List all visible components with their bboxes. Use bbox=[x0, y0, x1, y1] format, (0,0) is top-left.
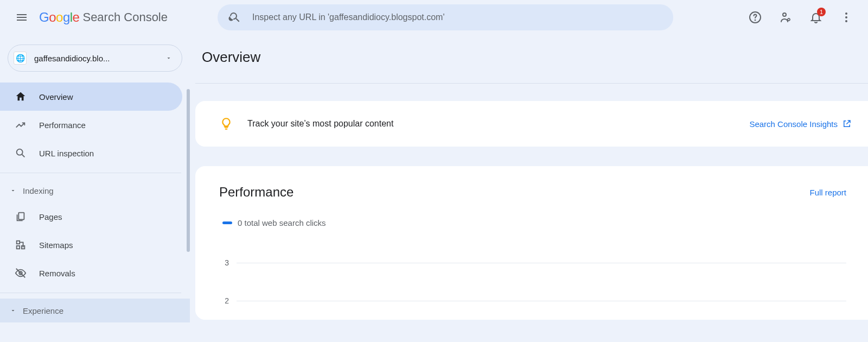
performance-chart: 3 2 bbox=[219, 244, 846, 320]
nav-label: Overview bbox=[39, 92, 73, 102]
main-menu-button[interactable] bbox=[9, 4, 35, 30]
sidebar: 🌐 gaffesandidiocy.blo... Overview bbox=[0, 35, 190, 342]
home-icon bbox=[14, 91, 27, 103]
divider bbox=[0, 173, 181, 173]
nav-sitemaps[interactable]: Sitemaps bbox=[0, 231, 182, 259]
section-label: Indexing bbox=[23, 186, 54, 195]
insights-banner: Track your site’s most popular content S… bbox=[195, 101, 868, 147]
main-content: Overview Track your site’s most popular … bbox=[190, 35, 868, 342]
notifications-button[interactable]: 1 bbox=[803, 4, 829, 30]
svg-point-7 bbox=[17, 149, 23, 155]
search-input[interactable] bbox=[252, 12, 662, 22]
svg-rect-8 bbox=[18, 213, 24, 220]
logo[interactable]: Google Search Console bbox=[39, 10, 168, 25]
sidebar-scrollbar[interactable] bbox=[187, 89, 190, 252]
more-vert-icon bbox=[840, 11, 853, 24]
hamburger-icon bbox=[15, 11, 28, 24]
globe-icon: 🌐 bbox=[14, 52, 27, 65]
page-title: Overview bbox=[202, 49, 868, 66]
nav-label: URL inspection bbox=[39, 149, 94, 158]
trending-icon bbox=[14, 119, 27, 131]
legend-swatch bbox=[222, 221, 232, 224]
help-icon bbox=[749, 11, 762, 24]
divider bbox=[0, 293, 181, 293]
url-inspect-search[interactable] bbox=[218, 4, 673, 30]
sitemap-icon bbox=[14, 239, 27, 251]
nav-removals[interactable]: Removals bbox=[0, 259, 182, 287]
nav-label: Removals bbox=[39, 269, 75, 278]
gridline bbox=[237, 301, 846, 301]
svg-point-4 bbox=[845, 12, 847, 15]
nav-overview[interactable]: Overview bbox=[0, 83, 182, 111]
nav-section-indexing[interactable]: Indexing bbox=[0, 179, 190, 202]
gridline bbox=[237, 263, 846, 263]
divider bbox=[195, 83, 868, 84]
property-label: gaffesandidiocy.blo... bbox=[34, 54, 158, 63]
performance-card: Performance Full report 0 total web sear… bbox=[195, 166, 868, 320]
y-tick: 3 bbox=[224, 258, 229, 267]
section-label: Experience bbox=[23, 306, 63, 315]
help-button[interactable] bbox=[742, 4, 768, 30]
notification-badge: 1 bbox=[817, 8, 826, 16]
nav-pages[interactable]: Pages bbox=[0, 202, 182, 231]
nav-section-experience[interactable]: Experience bbox=[0, 299, 190, 322]
svg-point-3 bbox=[788, 18, 790, 21]
svg-point-6 bbox=[845, 20, 847, 22]
performance-title: Performance bbox=[219, 185, 293, 200]
svg-point-5 bbox=[845, 16, 847, 18]
user-settings-button[interactable] bbox=[773, 4, 799, 30]
user-settings-icon bbox=[779, 11, 792, 24]
chevron-down-icon bbox=[10, 307, 16, 314]
more-button[interactable] bbox=[833, 4, 859, 30]
lightbulb-icon bbox=[219, 117, 233, 131]
legend-label: 0 total web search clicks bbox=[238, 218, 326, 227]
open-in-new-icon bbox=[842, 119, 852, 129]
chevron-down-icon bbox=[165, 55, 172, 61]
nav-label: Performance bbox=[39, 121, 86, 130]
chevron-down-icon bbox=[10, 187, 16, 194]
nav-label: Sitemaps bbox=[39, 240, 73, 250]
header: Google Search Console 1 bbox=[0, 0, 868, 35]
svg-rect-9 bbox=[17, 241, 20, 244]
search-icon bbox=[228, 11, 241, 24]
svg-point-1 bbox=[755, 20, 756, 21]
nav-label: Pages bbox=[39, 212, 62, 221]
nav-url-inspection[interactable]: URL inspection bbox=[0, 139, 182, 167]
chart-legend: 0 total web search clicks bbox=[222, 218, 846, 227]
search-icon bbox=[14, 147, 27, 159]
link-label: Search Console Insights bbox=[749, 119, 838, 129]
pages-icon bbox=[14, 211, 27, 223]
svg-point-2 bbox=[783, 13, 786, 16]
visibility-off-icon bbox=[14, 267, 27, 279]
y-tick: 2 bbox=[224, 296, 229, 305]
nav-primary: Overview Performance URL inspection bbox=[0, 83, 190, 167]
property-selector[interactable]: 🌐 gaffesandidiocy.blo... bbox=[8, 45, 182, 72]
product-name: Search Console bbox=[82, 10, 168, 24]
google-logo-text: Google bbox=[39, 10, 79, 25]
nav-indexing: Pages Sitemaps Removals bbox=[0, 202, 190, 287]
insights-link[interactable]: Search Console Insights bbox=[749, 119, 852, 129]
full-report-link[interactable]: Full report bbox=[809, 188, 846, 197]
nav-performance[interactable]: Performance bbox=[0, 111, 182, 139]
svg-rect-10 bbox=[17, 246, 20, 249]
insights-text: Track your site’s most popular content bbox=[247, 119, 735, 129]
